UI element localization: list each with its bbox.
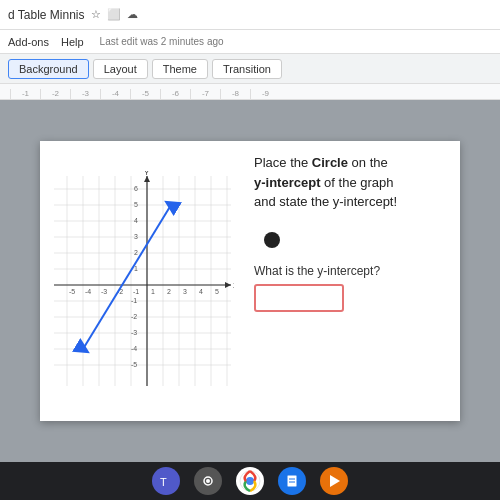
svg-text:-3: -3 [131,329,137,336]
slide: X Y -1 -2 -3 -4 -5 1 2 3 4 5 1 2 3 [40,141,460,421]
y-intercept-input[interactable] [254,284,344,312]
cloud-icon[interactable]: ☁ [127,8,138,21]
ruler-mark: -1 [10,89,40,99]
svg-line-52 [83,205,171,349]
svg-text:-1: -1 [131,297,137,304]
play-icon[interactable] [320,467,348,495]
svg-text:4: 4 [134,217,138,224]
svg-text:4: 4 [199,288,203,295]
menu-addons[interactable]: Add-ons [8,36,49,48]
teams-icon[interactable]: T [152,467,180,495]
title-icons: ☆ ⬜ ☁ [91,8,138,21]
svg-text:-5: -5 [69,288,75,295]
y-intercept-question: What is the y-intercept? [254,264,446,278]
camera-icon[interactable] [194,467,222,495]
coordinate-graph: X Y -1 -2 -3 -4 -5 1 2 3 4 5 1 2 3 [49,171,234,391]
right-section: Place the Circle on the y-intercept of t… [240,141,460,421]
ruler-mark: -3 [70,89,100,99]
ruler-mark: -7 [190,89,220,99]
svg-text:5: 5 [215,288,219,295]
svg-text:1: 1 [151,288,155,295]
ruler-mark: -8 [220,89,250,99]
chrome-icon[interactable] [236,467,264,495]
menu-help[interactable]: Help [61,36,84,48]
screen-icon[interactable]: ⬜ [107,8,121,21]
svg-text:X: X [233,281,234,290]
svg-text:T: T [160,476,167,488]
ruler-mark: -4 [100,89,130,99]
title-text: d Table Minnis [8,8,85,22]
svg-text:5: 5 [134,201,138,208]
graph-container: X Y -1 -2 -3 -4 -5 1 2 3 4 5 1 2 3 [49,171,234,391]
svg-text:-5: -5 [131,361,137,368]
taskbar: T [0,462,500,500]
title-bar: d Table Minnis ☆ ⬜ ☁ [0,0,500,30]
files-icon[interactable] [278,467,306,495]
transition-button[interactable]: Transition [212,59,282,79]
svg-text:3: 3 [183,288,187,295]
svg-text:-2: -2 [131,313,137,320]
svg-marker-25 [225,282,231,288]
instruction-text: Place the Circle on the y-intercept of t… [254,153,446,212]
ruler-mark: -9 [250,89,280,99]
svg-text:-4: -4 [85,288,91,295]
menu-bar: Add-ons Help Last edit was 2 minutes ago [0,30,500,54]
svg-marker-61 [330,475,340,487]
ruler: -1 -2 -3 -4 -5 -6 -7 -8 -9 [0,84,500,100]
svg-text:-1: -1 [133,288,139,295]
svg-text:6: 6 [134,185,138,192]
background-button[interactable]: Background [8,59,89,79]
slide-area: X Y -1 -2 -3 -4 -5 1 2 3 4 5 1 2 3 [0,100,500,462]
last-edit-text: Last edit was 2 minutes ago [100,36,224,47]
graph-section: X Y -1 -2 -3 -4 -5 1 2 3 4 5 1 2 3 [40,141,240,421]
svg-text:Y: Y [144,171,150,177]
svg-text:-4: -4 [131,345,137,352]
svg-point-55 [206,479,210,483]
svg-text:3: 3 [134,233,138,240]
svg-point-57 [246,477,254,485]
svg-rect-58 [287,475,297,487]
ruler-mark: -5 [130,89,160,99]
circle-bold: Circle [312,155,348,170]
y-intercept-bold: y-intercept [254,175,320,190]
star-icon[interactable]: ☆ [91,8,101,21]
draggable-circle[interactable] [264,232,280,248]
ruler-mark: -6 [160,89,190,99]
toolbar: Background Layout Theme Transition [0,54,500,84]
layout-button[interactable]: Layout [93,59,148,79]
svg-text:2: 2 [134,249,138,256]
svg-text:2: 2 [167,288,171,295]
theme-button[interactable]: Theme [152,59,208,79]
ruler-mark: -2 [40,89,70,99]
svg-text:-3: -3 [101,288,107,295]
